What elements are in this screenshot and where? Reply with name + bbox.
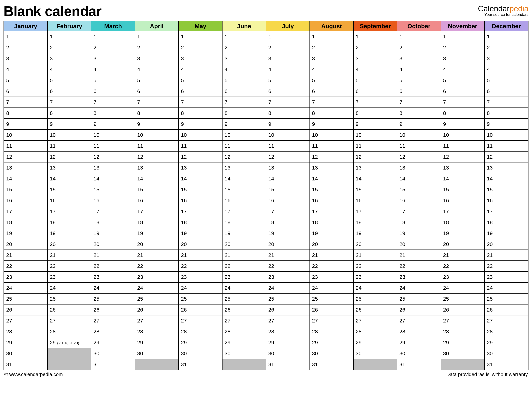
day-cell: 8 bbox=[47, 108, 91, 119]
day-cell: 8 bbox=[135, 108, 178, 119]
month-header: August bbox=[310, 21, 354, 31]
day-cell: 14 bbox=[397, 173, 441, 184]
day-cell: 23 bbox=[47, 271, 91, 283]
day-cell: 29 bbox=[135, 337, 178, 348]
day-cell: 12 bbox=[485, 151, 528, 162]
page-title: Blank calendar bbox=[4, 3, 101, 19]
footer: © www.calendarpedia.com Data provided 'a… bbox=[4, 372, 528, 377]
day-cell: 15 bbox=[222, 184, 266, 195]
day-cell: 4 bbox=[222, 64, 266, 75]
day-cell: 7 bbox=[178, 97, 222, 108]
day-cell: 11 bbox=[222, 141, 266, 151]
month-header-row: JanuaryFebruaryMarchAprilMayJuneJulyAugu… bbox=[4, 21, 528, 31]
day-cell: 5 bbox=[91, 75, 135, 86]
day-cell: 23 bbox=[485, 271, 528, 283]
day-cell: 16 bbox=[310, 195, 354, 206]
day-cell: 6 bbox=[354, 86, 397, 97]
day-cell: 15 bbox=[91, 184, 135, 195]
day-row: 151515151515151515151515 bbox=[4, 184, 528, 195]
day-cell: 24 bbox=[354, 283, 397, 293]
day-cell: 3 bbox=[397, 53, 441, 64]
day-cell: 12 bbox=[4, 151, 48, 162]
day-cell: 21 bbox=[441, 250, 485, 261]
day-cell: 4 bbox=[354, 64, 397, 75]
day-cell: 2 bbox=[266, 42, 310, 53]
day-cell: 14 bbox=[266, 173, 310, 184]
day-cell: 29 bbox=[441, 337, 485, 348]
month-header: June bbox=[222, 21, 266, 31]
day-cell: 3 bbox=[178, 53, 222, 64]
day-cell: 26 bbox=[354, 304, 397, 315]
day-cell: 17 bbox=[47, 206, 91, 217]
day-row: 444444444444 bbox=[4, 64, 528, 75]
day-row: 282828282828282828282828 bbox=[4, 326, 528, 337]
day-cell: 21 bbox=[135, 250, 178, 261]
day-cell: 22 bbox=[397, 261, 441, 271]
day-cell: 26 bbox=[222, 304, 266, 315]
day-cell: 17 bbox=[266, 206, 310, 217]
day-cell: 8 bbox=[178, 108, 222, 119]
day-cell: 4 bbox=[310, 64, 354, 75]
calendar-table: JanuaryFebruaryMarchAprilMayJuneJulyAugu… bbox=[4, 21, 528, 370]
day-cell: 31 bbox=[266, 359, 310, 370]
day-cell: 8 bbox=[222, 108, 266, 119]
day-row: 191919191919191919191919 bbox=[4, 228, 528, 239]
day-row: 777777777777 bbox=[4, 97, 528, 108]
day-row: 888888888888 bbox=[4, 108, 528, 119]
day-cell: 3 bbox=[485, 53, 528, 64]
day-cell: 18 bbox=[266, 217, 310, 228]
brand-prefix: Calendar bbox=[478, 4, 510, 13]
day-cell: 9 bbox=[178, 119, 222, 129]
day-cell: 9 bbox=[4, 119, 48, 129]
day-cell: 4 bbox=[135, 64, 178, 75]
day-row: 161616161616161616161616 bbox=[4, 195, 528, 206]
day-cell: 14 bbox=[441, 173, 485, 184]
day-cell: 15 bbox=[47, 184, 91, 195]
day-cell: 25 bbox=[178, 293, 222, 304]
day-cell: 6 bbox=[47, 86, 91, 97]
day-cell: 16 bbox=[354, 195, 397, 206]
day-cell: 16 bbox=[135, 195, 178, 206]
day-cell: 3 bbox=[91, 53, 135, 64]
day-row: 121212121212121212121212 bbox=[4, 151, 528, 162]
day-cell: 7 bbox=[354, 97, 397, 108]
day-cell: 11 bbox=[178, 141, 222, 151]
day-cell: 14 bbox=[310, 173, 354, 184]
day-cell: 2 bbox=[485, 42, 528, 53]
day-cell: 12 bbox=[222, 151, 266, 162]
day-cell: 27 bbox=[91, 315, 135, 326]
day-cell: 6 bbox=[310, 86, 354, 97]
day-cell: 11 bbox=[354, 141, 397, 151]
day-row: 222222222222222222222222 bbox=[4, 261, 528, 271]
day-cell: 12 bbox=[47, 151, 91, 162]
day-cell: 22 bbox=[485, 261, 528, 271]
day-row: 141414141414141414141414 bbox=[4, 173, 528, 184]
day-cell: 28 bbox=[4, 326, 48, 337]
day-cell: 8 bbox=[91, 108, 135, 119]
day-cell: 10 bbox=[310, 129, 354, 141]
day-cell: 19 bbox=[266, 228, 310, 239]
day-cell: 20 bbox=[91, 239, 135, 250]
day-cell: 14 bbox=[4, 173, 48, 184]
brand: Calendarpedia Your source for calendars bbox=[478, 3, 528, 17]
day-cell: 22 bbox=[222, 261, 266, 271]
brand-accent: pedia bbox=[509, 4, 528, 13]
day-cell: 8 bbox=[354, 108, 397, 119]
day-cell: 27 bbox=[354, 315, 397, 326]
day-cell: 1 bbox=[485, 31, 528, 42]
day-cell: 5 bbox=[222, 75, 266, 86]
day-cell: 24 bbox=[266, 283, 310, 293]
day-cell: 19 bbox=[91, 228, 135, 239]
day-cell: 18 bbox=[222, 217, 266, 228]
day-cell: 24 bbox=[222, 283, 266, 293]
day-cell: 20 bbox=[135, 239, 178, 250]
day-cell: 11 bbox=[47, 141, 91, 151]
day-cell: 28 bbox=[47, 326, 91, 337]
day-cell: 24 bbox=[47, 283, 91, 293]
day-cell: 2 bbox=[397, 42, 441, 53]
day-cell: 4 bbox=[47, 64, 91, 75]
day-cell: 1 bbox=[222, 31, 266, 42]
day-cell: 21 bbox=[47, 250, 91, 261]
day-cell: 7 bbox=[266, 97, 310, 108]
day-cell: 22 bbox=[91, 261, 135, 271]
